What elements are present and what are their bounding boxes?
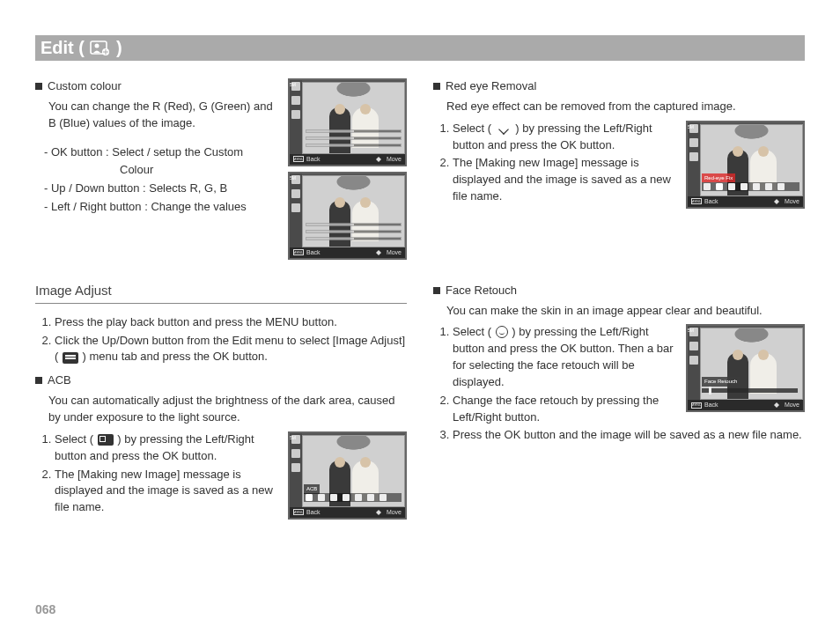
strip-icon bbox=[330, 494, 337, 501]
strip-icon bbox=[379, 494, 387, 501]
strip-icon bbox=[318, 494, 325, 501]
section-acb: ACB You can automatically adjust the bri… bbox=[35, 372, 407, 525]
strip-icon bbox=[765, 183, 772, 190]
acb-screenshot-wrap: 5M ACB MENUBack Move bbox=[288, 431, 407, 525]
section-face-retouch: Face Retouch You can make the skin in an… bbox=[433, 283, 805, 452]
menu-icon: MENU bbox=[691, 402, 702, 409]
lcd-back-label: Back bbox=[306, 248, 321, 257]
mode-label: 5M bbox=[688, 328, 694, 334]
bullet-icon bbox=[35, 83, 42, 90]
menu-icon: MENU bbox=[293, 509, 304, 515]
lcd-back-label: Back bbox=[704, 401, 718, 409]
strip-icon bbox=[367, 494, 374, 501]
strip-icon bbox=[777, 183, 785, 190]
side-icon bbox=[689, 342, 698, 350]
side-icon bbox=[291, 96, 300, 105]
bullet-icon bbox=[35, 377, 42, 384]
acb-desc: You can automatically adjust the brightn… bbox=[48, 393, 407, 426]
lcd-redeye: 5M Red-eye Fix MENUBack Move bbox=[686, 121, 805, 209]
redeye-desc: Red eye effect can be removed from the c… bbox=[446, 99, 805, 115]
face-retouch-screenshot-wrap: 5M Face Retouch MENUBack Move bbox=[686, 324, 805, 417]
face-retouch-desc: You can make the skin in an image appear… bbox=[446, 303, 805, 320]
left-column: 5M MENUBack Move 5M MENUBack Move bbox=[35, 78, 407, 541]
face-icon bbox=[496, 326, 508, 338]
edit-portrait-icon bbox=[90, 41, 111, 56]
strip-icon bbox=[306, 494, 313, 501]
side-icon bbox=[291, 110, 300, 119]
menu-icon: MENU bbox=[293, 249, 304, 255]
bullet-icon bbox=[433, 287, 440, 294]
image-adjust-steps: Press the play back button and press the… bbox=[55, 314, 407, 366]
strip-icon bbox=[716, 183, 723, 190]
section-custom-colour: 5M MENUBack Move 5M MENUBack Move bbox=[35, 78, 407, 265]
mode-label: 5M bbox=[688, 124, 694, 130]
title-prefix: Edit ( bbox=[41, 38, 85, 58]
strip-icon bbox=[355, 494, 362, 501]
strip-icon bbox=[753, 183, 760, 190]
lcd-acb: 5M ACB MENUBack Move bbox=[288, 431, 407, 520]
side-icon bbox=[689, 152, 698, 161]
lcd-custom-colour-2: 5M MENUBack Move bbox=[288, 172, 407, 260]
lcd-move-label: Move bbox=[387, 248, 402, 257]
side-icon bbox=[291, 449, 300, 458]
section-redeye: Red eye Removal Red eye effect can be re… bbox=[433, 78, 805, 214]
menu-icon: MENU bbox=[691, 198, 702, 204]
page-number: 068 bbox=[35, 602, 55, 616]
lcd-caption-face: Face Retouch bbox=[702, 377, 740, 387]
lcd-back-label: Back bbox=[704, 197, 718, 206]
redeye-heading: Red eye Removal bbox=[446, 78, 536, 95]
mode-label: 5M bbox=[290, 435, 296, 441]
lcd-face-retouch: 5M Face Retouch MENUBack Move bbox=[686, 324, 805, 412]
side-icon bbox=[689, 356, 698, 365]
image-adjust-icon bbox=[63, 352, 78, 364]
face-retouch-slider bbox=[702, 388, 798, 393]
lcd-move-label: Move bbox=[387, 508, 402, 517]
bullet-icon bbox=[433, 83, 440, 90]
list-item: Click the Up/Down button from the Edit m… bbox=[55, 333, 407, 366]
redeye-screenshot-wrap: 5M Red-eye Fix MENUBack Move bbox=[686, 121, 805, 214]
list-item: Press the play back button and press the… bbox=[55, 314, 407, 331]
custom-colour-screenshots: 5M MENUBack Move 5M MENUBack Move bbox=[288, 78, 407, 265]
right-column: Red eye Removal Red eye effect can be re… bbox=[433, 78, 805, 541]
lcd-move-label: Move bbox=[785, 197, 799, 206]
lcd-move-label: Move bbox=[785, 401, 799, 409]
list-item: Press the OK button and the image will b… bbox=[453, 427, 805, 444]
strip-icon bbox=[728, 183, 735, 190]
side-icon bbox=[689, 138, 698, 147]
lcd-custom-colour-1: 5M MENUBack Move bbox=[288, 78, 407, 166]
menu-icon: MENU bbox=[293, 156, 304, 162]
page-title-bar: Edit ( ) bbox=[35, 35, 805, 61]
face-retouch-heading: Face Retouch bbox=[446, 283, 517, 299]
acb-icon bbox=[98, 434, 114, 446]
lcd-back-label: Back bbox=[306, 155, 321, 164]
image-adjust-heading: Image Adjust bbox=[35, 281, 407, 304]
strip-icon bbox=[741, 183, 748, 190]
strip-icon bbox=[343, 494, 350, 501]
side-icon bbox=[291, 463, 300, 472]
mode-label: 5M bbox=[290, 175, 296, 181]
acb-heading: ACB bbox=[48, 372, 71, 389]
lcd-move-label: Move bbox=[387, 155, 402, 164]
title-suffix: ) bbox=[116, 38, 122, 58]
redeye-brush-icon bbox=[496, 123, 512, 135]
svg-point-1 bbox=[95, 43, 99, 48]
mode-label: 5M bbox=[290, 82, 296, 88]
strip-icon bbox=[704, 183, 711, 190]
lcd-back-label: Back bbox=[306, 508, 321, 517]
side-icon bbox=[291, 203, 300, 212]
side-icon bbox=[291, 189, 300, 198]
custom-colour-heading: Custom colour bbox=[48, 78, 122, 95]
